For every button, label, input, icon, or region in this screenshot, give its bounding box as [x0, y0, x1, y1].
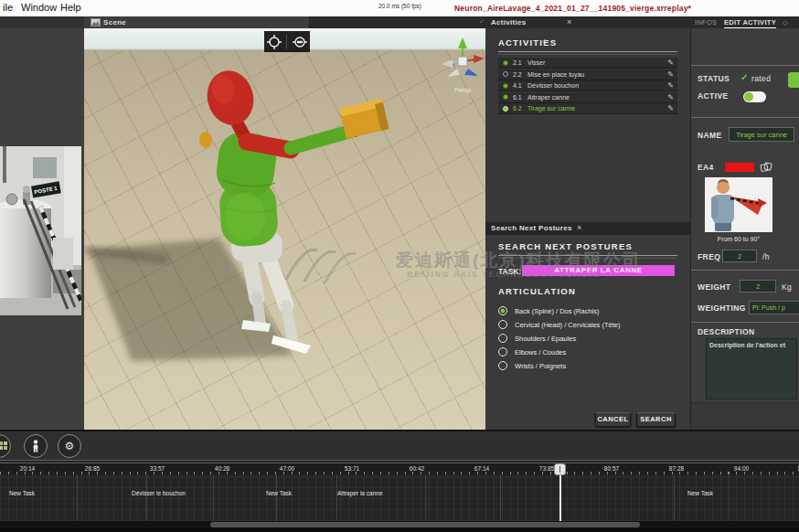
ruler-tick: 40:28 [204, 465, 240, 472]
image-icon [91, 18, 101, 27]
panel-footer [691, 402, 799, 431]
activity-row[interactable]: 4.1 Dévisser bouchon ✎ [498, 80, 677, 91]
activity-row[interactable]: 2.1 Visser ✎ [498, 58, 677, 69]
diamond-icon: ◇ [542, 37, 548, 46]
edit-activity-panel: STATUS ✓ rated ACTIVE NAME Tirage sur ca… [690, 28, 799, 430]
radio-label: Cervical (Head) / Cervicales (Tête) [515, 321, 620, 329]
segment-divider [146, 474, 147, 521]
menu-window[interactable]: Window [21, 2, 57, 13]
follow-target-icon[interactable] [292, 34, 308, 50]
status-dot-icon [503, 94, 508, 100]
radio-label: Elbows / Coudes [515, 348, 566, 356]
activities-tab-label[interactable]: Activities [491, 18, 527, 27]
focus-toolbar [264, 31, 310, 52]
dock-check-icon: ✓ [479, 18, 485, 26]
edit-pencil-icon[interactable]: ✎ [667, 70, 674, 79]
settings-button[interactable]: ⚙ [58, 434, 81, 458]
activity-label: Visser [527, 59, 667, 66]
activity-row[interactable]: 2.2 Mise en place tuyau ✎ [498, 69, 677, 80]
tab-infos[interactable]: INFOS [695, 18, 717, 27]
description-label: DESCRIPTION [698, 327, 755, 336]
activity-label: Tirage sur canne [527, 105, 667, 112]
name-field[interactable]: Tirage sur canne [729, 127, 794, 142]
radio-icon [498, 306, 507, 315]
capture-button[interactable] [0, 434, 11, 458]
radio-cervical[interactable]: Cervical (Head) / Cervicales (Tête) [498, 319, 620, 330]
activities-panel: ACTIVITIES ◇ 2.1 Visser ✎ 2.2 Mise en pl… [485, 28, 690, 222]
status-action-button[interactable] [788, 72, 799, 88]
search-button[interactable]: SEARCH [636, 412, 676, 427]
tab-edit-activity[interactable]: EDIT ACTIVITY [724, 18, 776, 28]
divider [691, 65, 799, 66]
search-close-icon[interactable]: × [577, 223, 581, 232]
ea-color-swatch[interactable] [725, 163, 754, 172]
mannequin-button[interactable] [24, 434, 48, 458]
radio-back[interactable]: Back (Spine) / Dos (Rachis) [498, 305, 600, 316]
weighting-field[interactable]: Pl: Push / p [749, 301, 799, 314]
task-value-badge: ATTRAPER LA CANNE [522, 265, 675, 276]
orientation-gizmo[interactable] [437, 36, 488, 87]
scene-tab[interactable]: Scene [84, 16, 309, 28]
menu-bar: ile Window Help 20.0 ms (50 fps) Neuron_… [0, 0, 799, 16]
timeline-footer [0, 528, 799, 532]
search-tab-label[interactable]: Search Next Postures [491, 224, 572, 232]
weight-field[interactable]: 2 [740, 280, 776, 293]
task-label: TASK: [498, 267, 521, 276]
segment-divider [674, 474, 675, 521]
ruler-tick: 94:00 [723, 465, 760, 472]
reference-photo-panel: POSTE 1 [0, 28, 84, 430]
activity-id: 2.1 [513, 59, 527, 66]
activity-row-selected[interactable]: 6.2 Tirage sur canne ✎ [498, 103, 677, 114]
activity-row[interactable]: 6.1 Attraper canne ✎ [498, 92, 677, 103]
divider [498, 255, 677, 256]
search-header: SEARCH NEXT POSTURES [498, 241, 633, 251]
segment-divider [276, 474, 277, 521]
divider [691, 322, 799, 323]
ruler-tick: 100:71 [788, 465, 799, 472]
scene-viewport[interactable]: Persp [84, 28, 485, 430]
edit-pencil-icon[interactable]: ✎ [667, 104, 674, 112]
gizmo-perspective-label: Persp [437, 87, 488, 93]
check-icon: ✓ [740, 72, 748, 82]
task-segment-label: New Task [266, 490, 292, 496]
ruler-tick: 20:14 [9, 465, 46, 472]
playhead-handle[interactable] [554, 463, 566, 475]
ruler-tick: 33:57 [139, 465, 176, 472]
copy-icon[interactable] [760, 161, 772, 174]
file-title: Neuron_AireLavage_4_2021_01_27__141905_v… [454, 4, 691, 13]
name-label: NAME [698, 131, 722, 140]
menu-help[interactable]: Help [60, 2, 81, 13]
ruler-tick: 53:71 [334, 465, 370, 472]
timeline-ruler[interactable]: 20:14 26:85 33:57 40:28 47:00 53:71 60:4… [0, 463, 799, 474]
edit-pencil-icon[interactable]: ✎ [667, 93, 674, 101]
activity-id: 4.1 [513, 82, 527, 89]
freq-unit: /h [762, 252, 770, 261]
activities-close-icon[interactable]: × [567, 17, 571, 27]
edit-pencil-icon[interactable]: ✎ [667, 81, 674, 90]
status-dot-icon [503, 106, 508, 112]
focus-target-icon[interactable] [266, 34, 282, 50]
radio-icon [498, 334, 507, 343]
radio-label: Back (Spine) / Dos (Rachis) [515, 307, 600, 315]
freq-field[interactable]: 2 [722, 250, 757, 262]
mannequin-3d [84, 28, 485, 430]
activity-id: 6.2 [513, 105, 527, 112]
activities-panel-tabbar: ✓ Activities × [485, 16, 690, 28]
search-panel-tabbar: Search Next Postures × [485, 222, 690, 235]
cancel-button[interactable]: CANCEL [595, 412, 631, 427]
radio-elbows[interactable]: Elbows / Coudes [498, 346, 566, 357]
scene-tab-label: Scene [103, 18, 126, 27]
radio-shoulders[interactable]: Shoulders / Epaules [498, 333, 576, 344]
scrollbar-thumb[interactable] [210, 522, 640, 527]
segment-divider [77, 474, 78, 521]
freq-label: FREQ [698, 252, 720, 261]
timeline-section: ⚙ 20:14 26:85 33:57 40:28 47:00 53:71 60… [0, 430, 799, 532]
timeline-tracks[interactable]: New Task Dévisser le bouchon New Task At… [0, 474, 799, 521]
menu-file[interactable]: ile [3, 2, 13, 13]
task-segment-label: New Task [687, 490, 713, 496]
active-toggle[interactable] [743, 91, 766, 102]
description-field[interactable]: Description de l'action et [706, 338, 797, 399]
activity-id: 2.2 [513, 71, 527, 78]
edit-pencil-icon[interactable]: ✎ [667, 59, 674, 67]
radio-wrists[interactable]: Wrists / Poignets [498, 360, 566, 371]
